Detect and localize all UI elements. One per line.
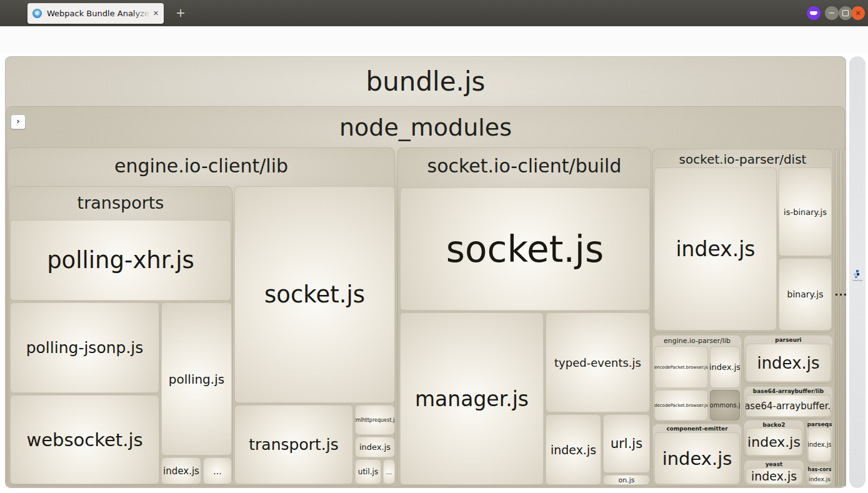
treemap-cell-encodepacket-browser-js[interactable]: encodePacket.browser.js xyxy=(654,346,708,388)
treemap-cell-engine-socket-js[interactable]: socket.js xyxy=(234,186,395,403)
treemap-cell-has-cors-index-js[interactable]: index.js xyxy=(808,473,831,485)
treemap-cell-eip-index-js[interactable]: index.js xyxy=(710,346,740,388)
treemap-cell-sio-socket-js[interactable]: socket.js xyxy=(400,187,650,311)
treemap-cell-yeast-index-js[interactable]: index.js xyxy=(746,468,802,484)
treemap-cell-backo2-index-js[interactable]: index.js xyxy=(746,428,802,456)
group-label-node-modules: node_modules xyxy=(6,110,845,145)
browser-window: Webpack Bundle Analyze ✕ + − ✕ 127.0.0.1… xyxy=(0,0,868,493)
treemap-cell-ce-index-js[interactable]: index.js xyxy=(654,432,740,484)
tab-title-fade xyxy=(133,8,151,19)
treemap-cell-polling-js[interactable]: polling.js xyxy=(161,302,232,456)
private-browsing-mask-icon xyxy=(807,6,821,20)
treemap-cell-parser-index-js[interactable]: index.js xyxy=(654,167,777,331)
window-close-button[interactable]: ✕ xyxy=(851,6,865,20)
svg-text:FoamTree: FoamTree xyxy=(852,279,862,282)
treemap-cell-polling-xhr-js[interactable]: polling-xhr.js xyxy=(10,220,231,301)
treemap-cell-parseuri-index-js[interactable]: index.js xyxy=(746,344,831,382)
new-tab-button[interactable]: + xyxy=(172,5,189,21)
treemap-cell-decodepacket-browser-js[interactable]: decodePacket.browser.js xyxy=(654,390,708,421)
group-label-has-cors: has-cors xyxy=(806,467,833,473)
treemap-cell-squeezed-1[interactable] xyxy=(835,149,838,486)
group-label-socket-io-parser-dist: socket.io-parser/dist xyxy=(652,151,833,168)
treemap-cell-transports-more[interactable]: ... xyxy=(203,457,232,484)
tab-title: Webpack Bundle Analyze xyxy=(47,8,151,19)
treemap-cell-engine-index-js[interactable]: index.js xyxy=(355,437,395,457)
treemap-cell-commons-js[interactable]: commons.js xyxy=(710,390,740,421)
group-label-engine-io-parser-lib: engine.io-parser/lib xyxy=(652,336,742,346)
group-label-transports: transports xyxy=(9,189,232,217)
treemap-cell-manager-js[interactable]: manager.js xyxy=(400,312,544,485)
group-label-parseuri: parseuri xyxy=(744,336,833,344)
group-label-base64-arraybuffer-lib: base64-arraybuffer/lib xyxy=(744,387,833,395)
maximize-glyph xyxy=(842,10,849,16)
treemap-cell-binary-js[interactable]: binary.js xyxy=(779,258,832,331)
treemap-cell-typed-events-js[interactable]: typed-events.js xyxy=(546,312,650,412)
treemap-cell-util-js[interactable]: util.js xyxy=(355,459,381,484)
analyzer-sidebar-toggle-button[interactable]: › xyxy=(11,114,26,129)
treemap-cell-url-js[interactable]: url.js xyxy=(603,414,650,473)
treemap-cell-squeezed-3[interactable] xyxy=(844,149,846,486)
tab-close-icon[interactable]: ✕ xyxy=(153,9,159,18)
browser-tab[interactable]: Webpack Bundle Analyze ✕ xyxy=(27,3,164,24)
mask-glyph xyxy=(810,11,817,15)
group-label-bundle-js: bundle.js xyxy=(5,62,846,101)
group-label-yeast: yeast xyxy=(744,461,804,468)
treemap-cell-parseqs-index-js[interactable]: index.js xyxy=(808,427,831,462)
window-minimize-button[interactable]: − xyxy=(825,6,839,20)
treemap-cell-base64-arraybuffer-js[interactable]: base64-arraybuffer.js xyxy=(746,395,831,417)
webpack-analyzer-favicon-icon xyxy=(32,9,42,18)
treemap-cell-websocket-js[interactable]: websocket.js xyxy=(10,395,159,484)
treemap-cell-transports-index-js[interactable]: index.js xyxy=(161,457,201,484)
group-label-socket-io-client-build: socket.io-client/build xyxy=(397,151,651,181)
treemap-cell-transport-js[interactable]: transport.js xyxy=(234,405,353,484)
foamtree-logo-icon: FoamTree xyxy=(852,269,862,284)
treemap-cell-polling-jsonp-js[interactable]: polling-jsonp.js xyxy=(10,302,159,393)
analyzer-page: bundle.js node_modules engine.io-client/… xyxy=(0,54,868,493)
treemap-cell-squeezed-2[interactable] xyxy=(839,149,842,486)
foamtree-attribution[interactable]: FoamTree xyxy=(849,56,866,488)
titlebar: Webpack Bundle Analyze ✕ + − ✕ xyxy=(0,0,868,27)
group-label-engine-io-client-lib: engine.io-client/lib xyxy=(7,151,395,181)
treemap-cell-engine-more[interactable]: ... xyxy=(383,459,395,484)
browser-toolbar: 127.0.0.1:8888 xyxy=(0,26,868,54)
treemap-cell-xmlhttprequest-js[interactable]: xmlhttprequest.js xyxy=(355,405,395,435)
window-maximize-button[interactable] xyxy=(839,6,852,20)
treemap-cell-on-js[interactable]: on.js xyxy=(603,475,650,485)
treemap-cell-is-binary-js[interactable]: is-binary.js xyxy=(779,167,832,256)
treemap-cell-sio-index-js[interactable]: index.js xyxy=(546,414,601,485)
